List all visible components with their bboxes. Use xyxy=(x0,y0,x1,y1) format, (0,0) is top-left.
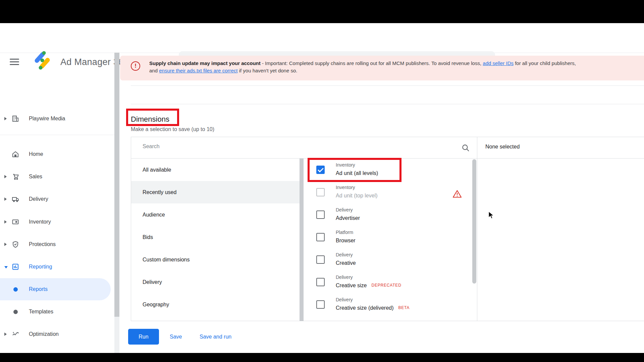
sidebar-item-optimization[interactable]: Optimization xyxy=(0,325,114,344)
save-button[interactable]: Save xyxy=(170,329,182,345)
letterbox-top xyxy=(0,0,644,23)
beta-badge: BETA xyxy=(398,305,410,310)
inventory-icon xyxy=(11,218,19,226)
annotation-box-dimensions xyxy=(126,109,179,126)
search-icon xyxy=(461,143,470,152)
sidebar-item-reporting[interactable]: Reporting xyxy=(0,257,114,276)
app-header: Ad Manager 360 xyxy=(0,23,644,53)
section-divider xyxy=(131,85,644,86)
add-seller-ids-link[interactable]: add seller IDs xyxy=(483,60,514,66)
category-custom-dimensions[interactable]: Custom dimensions xyxy=(131,248,300,271)
dimensions-search-input[interactable]: Search xyxy=(131,137,477,159)
none-selected-label: None selected xyxy=(485,144,520,150)
chevron-right-icon xyxy=(4,220,7,224)
category-all-available[interactable]: All available xyxy=(131,159,300,181)
warning-triangle-icon xyxy=(452,190,462,198)
checkbox-icon[interactable] xyxy=(316,233,325,241)
panel-divider xyxy=(477,137,477,321)
dimension-item-browser[interactable]: Platform Browser xyxy=(304,226,472,248)
sidebar-scrollbar-thumb[interactable] xyxy=(114,53,119,317)
category-delivery[interactable]: Delivery xyxy=(131,271,300,293)
dimension-item-creative[interactable]: Delivery Creative xyxy=(304,248,472,271)
chevron-down-icon xyxy=(4,266,8,268)
category-geography[interactable]: Geography xyxy=(131,293,300,316)
run-button[interactable]: Run xyxy=(128,329,159,345)
dimensions-search-placeholder: Search xyxy=(143,143,160,149)
save-and-run-button[interactable]: Save and run xyxy=(200,329,231,345)
menu-icon[interactable] xyxy=(10,59,19,65)
cart-icon xyxy=(11,173,19,181)
account-name: Playwire Media xyxy=(29,116,65,122)
supply-chain-warning-banner: ! Supply chain update may impact your ac… xyxy=(120,56,644,80)
dimension-item-advertiser[interactable]: Delivery Advertiser xyxy=(304,203,472,226)
annotation-box-ad-unit-all-levels xyxy=(308,158,401,182)
sidebar-item-reports[interactable]: Reports xyxy=(0,280,114,299)
home-icon xyxy=(11,150,19,158)
chevron-right-icon xyxy=(4,243,7,246)
letterbox-bottom xyxy=(0,353,644,362)
sidebar-item-templates[interactable]: Templates xyxy=(0,302,114,321)
optimization-icon xyxy=(11,330,19,338)
checkbox-icon[interactable] xyxy=(316,278,325,286)
deprecated-badge: DEPRECATED xyxy=(371,283,401,288)
sidebar-account-switcher[interactable]: Playwire Media xyxy=(0,109,114,128)
dimensions-subtitle: Make a selection to save (up to 10) xyxy=(131,126,214,132)
ads-txt-link[interactable]: ensure their ads.txt files are correct xyxy=(159,68,237,73)
sidebar: Playwire Media Home Sales xyxy=(0,53,114,353)
sidebar-item-home[interactable]: Home xyxy=(0,145,114,164)
sidebar-item-protections[interactable]: Protections xyxy=(0,235,114,254)
dimension-item-creative-size[interactable]: Delivery Creative sizeDEPRECATED xyxy=(304,271,472,293)
chevron-right-icon xyxy=(4,175,7,178)
chevron-right-icon xyxy=(4,333,7,336)
gray-dot-icon xyxy=(13,310,18,314)
section-divider xyxy=(131,104,644,104)
dimension-item-ad-unit-top-level[interactable]: Inventory Ad unit (top level) xyxy=(304,181,472,203)
checkbox-icon[interactable] xyxy=(316,188,325,196)
blue-dot-icon xyxy=(13,287,18,292)
error-icon: ! xyxy=(131,61,140,71)
category-recently-used[interactable]: Recently used xyxy=(131,181,300,203)
ad-manager-window: Ad Manager 360 Playwire Media xyxy=(0,0,644,362)
mouse-cursor xyxy=(488,211,495,219)
checkbox-icon[interactable] xyxy=(316,255,325,264)
banner-line-2: and ensure their ads.txt files are corre… xyxy=(149,67,644,74)
sidebar-item-delivery[interactable]: Delivery xyxy=(0,190,114,208)
category-list-scrollbar[interactable] xyxy=(300,159,304,321)
bar-chart-icon xyxy=(11,263,19,271)
sidebar-item-inventory[interactable]: Inventory xyxy=(0,213,114,231)
banner-line-1: Supply chain update may impact your acco… xyxy=(149,60,644,67)
selected-dimensions-header: None selected xyxy=(477,137,644,159)
category-bids[interactable]: Bids xyxy=(131,226,300,248)
dimension-item-creative-size-delivered[interactable]: Delivery Creative size (delivered)BETA xyxy=(304,293,472,316)
sidebar-item-sales[interactable]: Sales xyxy=(0,167,114,186)
truck-icon xyxy=(11,195,19,203)
checkbox-icon[interactable] xyxy=(316,210,325,219)
checkbox-icon[interactable] xyxy=(316,300,325,309)
ad-manager-logo-icon xyxy=(34,50,51,71)
category-audience[interactable]: Audience xyxy=(131,203,300,226)
sidebar-divider xyxy=(0,135,114,135)
chevron-right-icon xyxy=(4,197,7,201)
dimension-list-scrollbar[interactable] xyxy=(472,159,476,284)
chevron-right-icon xyxy=(4,117,7,120)
building-icon xyxy=(11,115,19,123)
shield-check-icon xyxy=(11,240,19,248)
